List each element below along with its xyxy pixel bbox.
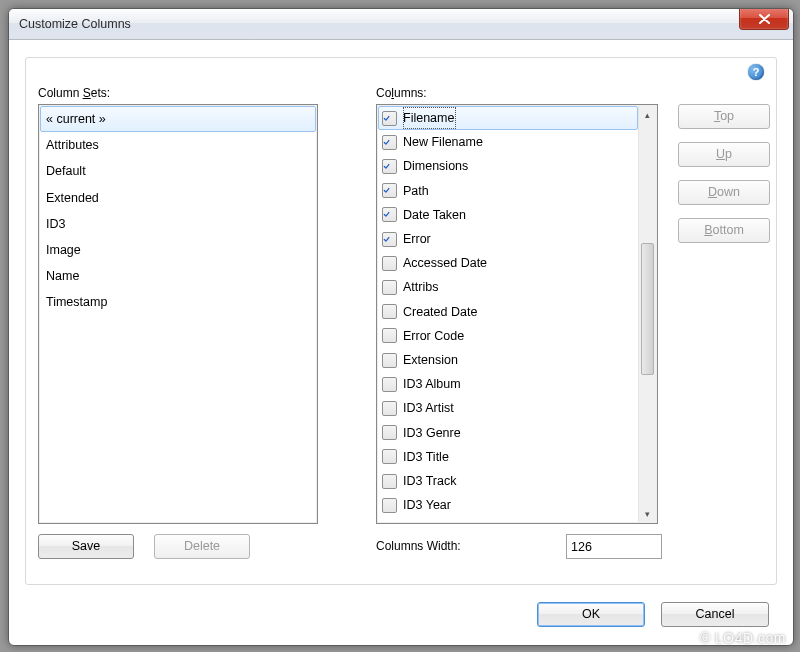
column-item-label: Path: [403, 180, 429, 202]
column-item[interactable]: New Filename: [378, 130, 638, 154]
column-item-label: Filename: [403, 107, 456, 129]
titlebar: Customize Columns: [9, 9, 793, 40]
column-set-item-label: ID3: [46, 213, 65, 235]
column-item[interactable]: ID3 Album: [378, 372, 638, 396]
column-item-checkbox[interactable]: [382, 207, 397, 222]
columns-width-label: Columns Width:: [376, 539, 461, 553]
column-set-item-label: « current »: [46, 108, 106, 130]
column-item[interactable]: Attribs: [378, 275, 638, 299]
column-item-label: Date Taken: [403, 204, 466, 226]
help-icon[interactable]: ?: [748, 64, 764, 80]
column-sets-listbox[interactable]: « current »AttributesDefaultExtendedID3I…: [38, 104, 318, 524]
column-item-label: Error Code: [403, 325, 464, 347]
column-item-label: ID3 Year: [403, 494, 451, 516]
scroll-down-arrow[interactable]: ▾: [639, 505, 656, 522]
column-item-label: Error: [403, 228, 431, 250]
column-set-item[interactable]: Timestamp: [40, 289, 316, 315]
column-item-label: Attribs: [403, 276, 438, 298]
column-item[interactable]: Error Code: [378, 324, 638, 348]
column-item[interactable]: Extension: [378, 348, 638, 372]
column-set-item[interactable]: Attributes: [40, 132, 316, 158]
columns-width-input[interactable]: [566, 534, 662, 559]
column-item-checkbox[interactable]: [382, 183, 397, 198]
column-item-label: ID3 Title: [403, 446, 449, 468]
column-set-item-label: Timestamp: [46, 291, 107, 313]
top-button[interactable]: Top: [678, 104, 770, 129]
close-icon: [759, 14, 770, 24]
group-frame: ? Column Sets: Columns: « current »Attri…: [25, 57, 777, 585]
column-set-item[interactable]: « current »: [40, 106, 316, 132]
column-item-label: Accessed Date: [403, 252, 487, 274]
scroll-thumb[interactable]: [641, 243, 654, 375]
column-item-label: Created Date: [403, 301, 477, 323]
column-item-label: Extension: [403, 349, 458, 371]
column-item[interactable]: ID3 Year: [378, 493, 638, 517]
column-item[interactable]: ID3 Genre: [378, 421, 638, 445]
column-item[interactable]: Error: [378, 227, 638, 251]
column-item-checkbox[interactable]: [382, 377, 397, 392]
column-set-item-label: Attributes: [46, 134, 99, 156]
column-item[interactable]: Filename: [378, 106, 638, 130]
column-item-label: ID3 Genre: [403, 422, 461, 444]
scroll-track[interactable]: [639, 123, 656, 505]
column-item-checkbox[interactable]: [382, 401, 397, 416]
column-item-checkbox[interactable]: [382, 135, 397, 150]
scroll-up-arrow[interactable]: ▴: [639, 106, 656, 123]
column-sets-label: Column Sets:: [38, 86, 110, 100]
column-set-item-label: Extended: [46, 187, 99, 209]
column-set-item[interactable]: Extended: [40, 185, 316, 211]
column-item[interactable]: Created Date: [378, 300, 638, 324]
column-item[interactable]: Path: [378, 179, 638, 203]
column-set-item[interactable]: Name: [40, 263, 316, 289]
window-title: Customize Columns: [9, 17, 131, 31]
columns-listbox[interactable]: FilenameNew FilenameDimensionsPathDate T…: [376, 104, 658, 524]
column-set-item[interactable]: ID3: [40, 211, 316, 237]
column-set-item-label: Image: [46, 239, 81, 261]
column-item-checkbox[interactable]: [382, 498, 397, 513]
column-set-item[interactable]: Image: [40, 237, 316, 263]
columns-label: Columns:: [376, 86, 427, 100]
column-item[interactable]: ID3 Artist: [378, 396, 638, 420]
column-item-label: ID3 Artist: [403, 397, 454, 419]
column-item-label: ID3 Track: [403, 470, 457, 492]
column-item-checkbox[interactable]: [382, 474, 397, 489]
cancel-button[interactable]: Cancel: [661, 602, 769, 627]
column-item-checkbox[interactable]: [382, 256, 397, 271]
column-set-item[interactable]: Default: [40, 158, 316, 184]
column-set-item-label: Default: [46, 160, 86, 182]
column-item-checkbox[interactable]: [382, 232, 397, 247]
column-item[interactable]: Date Taken: [378, 203, 638, 227]
up-button[interactable]: Up: [678, 142, 770, 167]
ok-button[interactable]: OK: [537, 602, 645, 627]
column-item-label: Dimensions: [403, 155, 468, 177]
close-button[interactable]: [739, 8, 789, 30]
save-button[interactable]: Save: [38, 534, 134, 559]
column-item-checkbox[interactable]: [382, 425, 397, 440]
column-item[interactable]: Dimensions: [378, 154, 638, 178]
delete-button[interactable]: Delete: [154, 534, 250, 559]
column-set-item-label: Name: [46, 265, 79, 287]
bottom-button[interactable]: Bottom: [678, 218, 770, 243]
column-item[interactable]: ID3 Title: [378, 445, 638, 469]
dialog-window: Customize Columns ? Column Sets: Columns…: [8, 8, 794, 646]
columns-scrollbar[interactable]: ▴ ▾: [638, 106, 656, 522]
column-item-checkbox[interactable]: [382, 159, 397, 174]
down-button[interactable]: Down: [678, 180, 770, 205]
column-item-checkbox[interactable]: [382, 449, 397, 464]
column-item[interactable]: Accessed Date: [378, 251, 638, 275]
column-item-checkbox[interactable]: [382, 280, 397, 295]
column-item-label: New Filename: [403, 131, 483, 153]
client-area: ? Column Sets: Columns: « current »Attri…: [17, 47, 785, 637]
column-item-checkbox[interactable]: [382, 353, 397, 368]
column-item-checkbox[interactable]: [382, 304, 397, 319]
column-item-checkbox[interactable]: [382, 328, 397, 343]
column-item-checkbox[interactable]: [382, 111, 397, 126]
column-item[interactable]: ID3 Track: [378, 469, 638, 493]
column-item-label: ID3 Album: [403, 373, 461, 395]
